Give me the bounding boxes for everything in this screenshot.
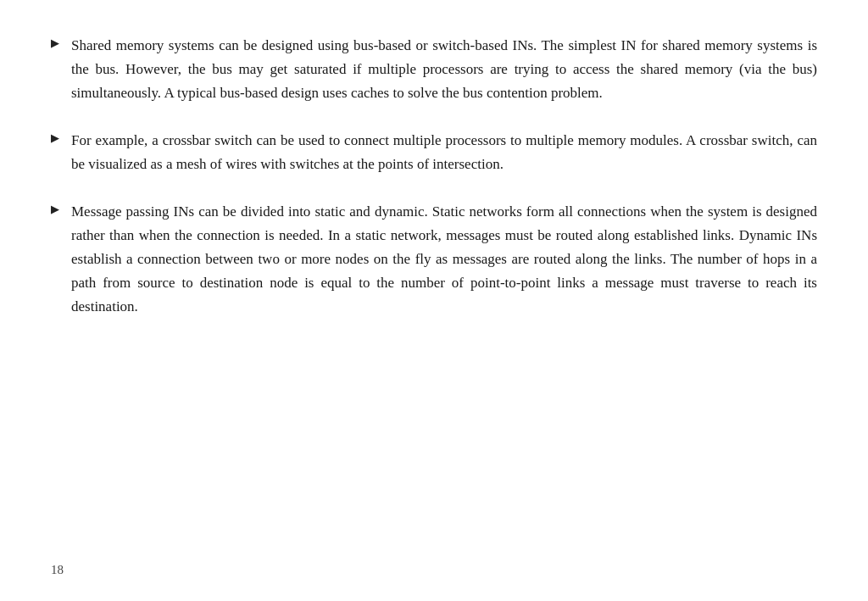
page-number: 18 (51, 563, 64, 577)
list-item: ▶Message passing INs can be divided into… (51, 200, 817, 319)
bullet-text-3: Message passing INs can be divided into … (71, 200, 817, 319)
bullet-arrow-icon: ▶ (51, 203, 59, 216)
bullet-arrow-icon: ▶ (51, 36, 59, 50)
bullet-text-2: For example, a crossbar switch can be us… (71, 129, 817, 176)
bullet-list: ▶Shared memory systems can be designed u… (51, 34, 817, 319)
bullet-text-1: Shared memory systems can be designed us… (71, 34, 817, 105)
bullet-arrow-icon: ▶ (51, 131, 59, 145)
list-item: ▶For example, a crossbar switch can be u… (51, 129, 817, 176)
list-item: ▶Shared memory systems can be designed u… (51, 34, 817, 105)
page: ▶Shared memory systems can be designed u… (0, 0, 868, 601)
